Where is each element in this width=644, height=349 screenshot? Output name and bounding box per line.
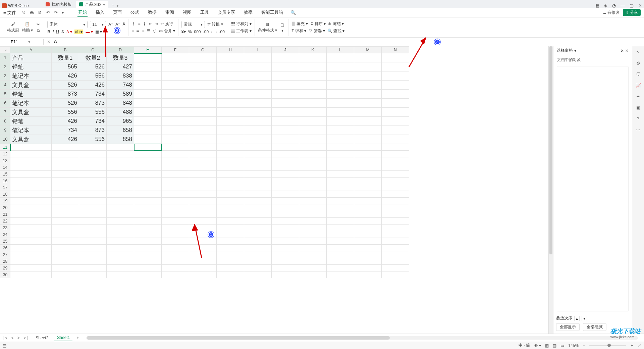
row-header[interactable]: 15 — [0, 171, 10, 178]
cell[interactable] — [162, 99, 189, 108]
cell[interactable] — [79, 204, 107, 211]
tab-formula[interactable]: 公式 — [130, 8, 140, 17]
modified-flag[interactable]: ☁ 有修改 — [602, 10, 620, 15]
cell[interactable] — [189, 245, 217, 251]
cell[interactable] — [382, 184, 409, 191]
cell[interactable] — [299, 231, 327, 238]
cell[interactable] — [189, 53, 217, 62]
percent-icon[interactable]: % — [188, 30, 192, 34]
cell[interactable] — [217, 184, 244, 191]
cell[interactable] — [244, 204, 272, 211]
cell[interactable] — [272, 164, 299, 171]
cell[interactable] — [382, 231, 409, 238]
cell[interactable] — [244, 184, 272, 191]
name-box[interactable]: ▾ — [0, 39, 44, 45]
cell[interactable] — [382, 225, 409, 231]
cell[interactable] — [244, 171, 272, 178]
tab-tools[interactable]: 工具 — [200, 8, 210, 17]
cell[interactable] — [79, 184, 107, 191]
cell[interactable] — [52, 265, 79, 271]
cell[interactable] — [217, 108, 244, 117]
cell[interactable] — [327, 171, 354, 178]
filter-button[interactable]: ▽ 筛选 ▾ — [309, 28, 325, 34]
rail-more-icon[interactable]: ⋯ — [636, 127, 640, 132]
cell[interactable] — [299, 53, 327, 62]
cell[interactable] — [52, 157, 79, 164]
cell[interactable] — [162, 245, 189, 251]
avatar-icon[interactable]: ◔ — [612, 3, 616, 8]
cell[interactable] — [217, 90, 244, 99]
cell[interactable] — [52, 204, 79, 211]
cell[interactable] — [134, 171, 162, 178]
row-header[interactable]: 23 — [0, 225, 10, 231]
cell[interactable] — [79, 271, 107, 278]
cell[interactable] — [382, 218, 409, 225]
cell[interactable] — [10, 231, 52, 238]
cell[interactable] — [162, 211, 189, 218]
cell[interactable] — [272, 218, 299, 225]
highlight-button[interactable]: ab ▾ — [74, 30, 84, 34]
cell[interactable] — [354, 164, 382, 171]
print-preview-icon[interactable]: 🗎 — [38, 10, 42, 15]
col-header[interactable]: M — [354, 47, 382, 53]
cell[interactable] — [217, 53, 244, 62]
cell[interactable] — [354, 258, 382, 265]
cell[interactable] — [10, 198, 52, 204]
cell[interactable]: 数量3 — [107, 53, 134, 62]
cell[interactable] — [299, 108, 327, 117]
cell[interactable] — [327, 251, 354, 258]
cell[interactable] — [162, 62, 189, 71]
cell[interactable] — [162, 271, 189, 278]
font-grow-icon[interactable]: A⁺ — [108, 22, 113, 27]
cell[interactable]: 笔记本 — [10, 71, 52, 81]
row-header[interactable]: 16 — [0, 178, 10, 184]
cell[interactable] — [52, 271, 79, 278]
cell[interactable] — [134, 238, 162, 245]
cell[interactable] — [107, 178, 134, 184]
cell[interactable] — [299, 171, 327, 178]
row-header[interactable]: 6 — [0, 99, 10, 108]
cell[interactable] — [107, 204, 134, 211]
cell[interactable] — [382, 204, 409, 211]
col-header[interactable]: E — [134, 47, 162, 53]
row-header[interactable]: 11 — [0, 144, 10, 151]
tab-member[interactable]: 会员专享 — [217, 8, 236, 17]
cell[interactable] — [189, 62, 217, 71]
comma-icon[interactable]: 000 — [194, 30, 201, 34]
cell[interactable] — [299, 62, 327, 71]
fill-button[interactable]: ▥ 填充 ▾ — [291, 21, 308, 27]
cell[interactable] — [299, 144, 327, 151]
cell[interactable] — [189, 184, 217, 191]
strike-button[interactable]: S̶ — [61, 30, 64, 34]
row-header[interactable]: 8 — [0, 117, 10, 126]
cell[interactable] — [354, 238, 382, 245]
cell[interactable] — [162, 144, 189, 151]
worksheet-button[interactable]: ▤ 工作表 ▾ — [231, 28, 252, 34]
cell[interactable] — [272, 99, 299, 108]
cell[interactable]: 笔记本 — [10, 126, 52, 135]
cell[interactable]: 838 — [107, 71, 134, 81]
cell[interactable] — [272, 245, 299, 251]
col-header[interactable]: G — [189, 47, 217, 53]
cell[interactable] — [10, 218, 52, 225]
font-name-select[interactable]: 宋体▾ — [47, 21, 88, 28]
cell[interactable] — [272, 135, 299, 144]
cell[interactable] — [134, 198, 162, 204]
cell[interactable] — [189, 81, 217, 90]
cell[interactable] — [10, 144, 52, 151]
col-header[interactable]: F — [162, 47, 189, 53]
cell[interactable] — [189, 135, 217, 144]
cell[interactable] — [382, 71, 409, 81]
cell[interactable] — [189, 231, 217, 238]
cell[interactable] — [382, 144, 409, 151]
align-right-icon[interactable]: ≡ — [142, 29, 144, 33]
cell[interactable] — [299, 117, 327, 126]
tab-page[interactable]: 页面 — [112, 8, 122, 17]
find-button[interactable]: 🔍 查找 ▾ — [327, 28, 345, 34]
cell[interactable] — [162, 265, 189, 271]
cell[interactable] — [272, 238, 299, 245]
cell[interactable] — [382, 238, 409, 245]
tab-review[interactable]: 审阅 — [165, 8, 175, 17]
name-box-input[interactable] — [3, 39, 26, 45]
cell[interactable] — [299, 245, 327, 251]
